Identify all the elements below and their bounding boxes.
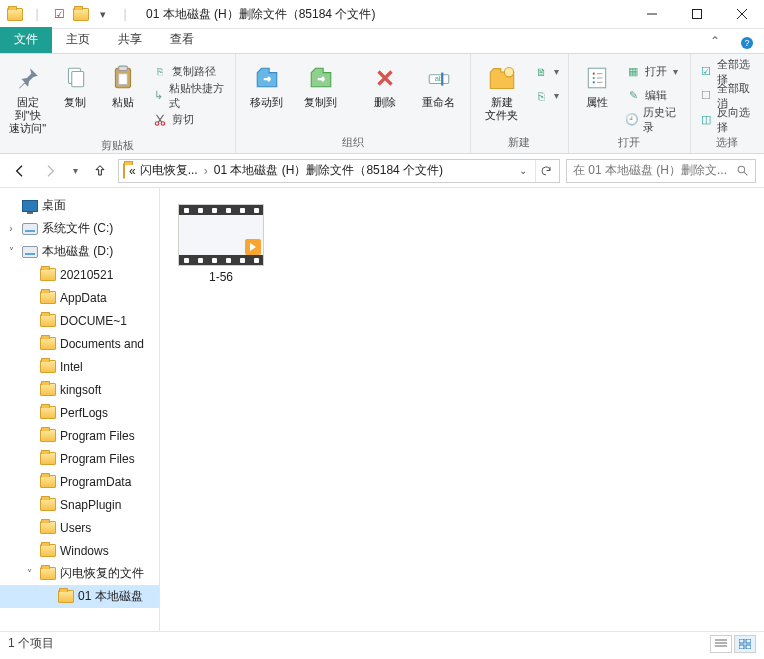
ribbon-collapse-icon[interactable]: ⌃ xyxy=(700,34,730,53)
cut-button[interactable]: 剪切 xyxy=(149,109,229,130)
file-name: 1-56 xyxy=(209,270,233,284)
tab-file[interactable]: 文件 xyxy=(0,27,52,53)
minimize-button[interactable] xyxy=(629,0,674,29)
tree-item[interactable]: 01 本地磁盘 xyxy=(0,585,159,608)
drive-icon xyxy=(22,221,38,237)
select-all-button[interactable]: ☑全部选择 xyxy=(697,61,758,82)
up-button[interactable] xyxy=(88,159,112,183)
quick-access-toolbar: | ☑ ▾ | xyxy=(0,5,140,23)
copy-path-button[interactable]: ⎘复制路径 xyxy=(149,61,229,82)
select-none-button[interactable]: ☐全部取消 xyxy=(697,85,758,106)
qat-divider: | xyxy=(116,5,134,23)
folder-icon xyxy=(6,5,24,23)
tree-item[interactable]: Program Files xyxy=(0,447,159,470)
tab-share[interactable]: 共享 xyxy=(104,27,156,53)
new-item-button[interactable]: 🗎▾ xyxy=(531,61,562,82)
tree-item[interactable]: Intel xyxy=(0,355,159,378)
move-to-button[interactable]: 移动到 xyxy=(242,58,292,109)
close-button[interactable] xyxy=(719,0,764,29)
qat-check-icon[interactable]: ☑ xyxy=(50,5,68,23)
navigation-tree[interactable]: 桌面›系统文件 (C:)˅本地磁盘 (D:)20210521AppDataDOC… xyxy=(0,188,160,631)
copy-to-button[interactable]: 复制到 xyxy=(296,58,346,109)
history-button[interactable]: 🕘历史记录 xyxy=(622,109,683,130)
refresh-button[interactable] xyxy=(535,160,555,182)
folder-icon xyxy=(123,164,125,178)
tree-item[interactable]: Users xyxy=(0,516,159,539)
group-label-clipboard: 剪贴板 xyxy=(6,136,229,156)
easy-access-button[interactable]: ⎘▾ xyxy=(531,85,562,106)
copy-button[interactable]: 复制 xyxy=(54,58,98,109)
address-dropdown-icon[interactable]: ⌄ xyxy=(515,165,531,176)
tree-item[interactable]: ˅闪电恢复的文件 xyxy=(0,562,159,585)
breadcrumb-segment[interactable]: 闪电恢复... xyxy=(140,162,198,179)
address-bar[interactable]: « 闪电恢复... › 01 本地磁盘 (H）删除文件（85184 个文件) ⌄ xyxy=(118,159,560,183)
tree-item[interactable]: 20210521 xyxy=(0,263,159,286)
status-bar: 1 个项目 xyxy=(0,631,764,655)
file-item[interactable]: 1-56 xyxy=(176,204,266,284)
select-none-icon: ☐ xyxy=(700,88,714,104)
tab-view[interactable]: 查看 xyxy=(156,27,208,53)
paste-button[interactable]: 粘贴 xyxy=(101,58,145,109)
tree-item[interactable]: Documents and xyxy=(0,332,159,355)
tree-twisty-icon[interactable]: › xyxy=(4,223,18,234)
copy-to-icon xyxy=(305,62,337,94)
tree-item[interactable]: Windows xyxy=(0,539,159,562)
tree-item[interactable]: SnapPlugin xyxy=(0,493,159,516)
tree-item[interactable]: PerfLogs xyxy=(0,401,159,424)
group-label-open: 打开 xyxy=(575,133,684,153)
tree-item[interactable]: DOCUME~1 xyxy=(0,309,159,332)
search-input[interactable]: 在 01 本地磁盘 (H）删除文... xyxy=(566,159,756,183)
properties-button[interactable]: 属性 xyxy=(575,58,619,109)
svg-point-18 xyxy=(592,73,594,75)
window-title: 01 本地磁盘 (H）删除文件（85184 个文件) xyxy=(140,6,629,23)
details-view-button[interactable] xyxy=(710,635,732,653)
rename-button[interactable]: ab 重命名 xyxy=(414,58,464,109)
tree-item[interactable]: Program Files xyxy=(0,424,159,447)
tree-item[interactable]: 桌面 xyxy=(0,194,159,217)
pin-to-quick-access-button[interactable]: 固定到"快 速访问" xyxy=(6,58,50,136)
tree-item[interactable]: ›系统文件 (C:) xyxy=(0,217,159,240)
tree-item[interactable]: AppData xyxy=(0,286,159,309)
tree-item[interactable]: ProgramData xyxy=(0,470,159,493)
group-label-new: 新建 xyxy=(477,133,562,153)
qat-dropdown-icon[interactable]: ▾ xyxy=(94,5,112,23)
edit-button[interactable]: ✎编辑 xyxy=(622,85,683,106)
tree-item-label: PerfLogs xyxy=(60,406,108,420)
paste-shortcut-button[interactable]: ↳粘贴快捷方式 xyxy=(149,85,229,106)
tab-home[interactable]: 主页 xyxy=(52,27,104,53)
ribbon-group-new: 新建 文件夹 🗎▾ ⎘▾ 新建 xyxy=(471,54,569,153)
folder-icon xyxy=(58,589,74,605)
open-button[interactable]: ▦打开▾ xyxy=(622,61,683,82)
forward-button[interactable] xyxy=(38,159,62,183)
ribbon-group-select: ☑全部选择 ☐全部取消 ◫反向选择 选择 xyxy=(691,54,764,153)
tree-item-label: AppData xyxy=(60,291,107,305)
tree-item[interactable]: ˅本地磁盘 (D:) xyxy=(0,240,159,263)
chevron-right-icon[interactable]: › xyxy=(202,164,210,178)
help-icon[interactable]: ? xyxy=(730,36,764,53)
file-list[interactable]: 1-56 xyxy=(160,188,764,631)
breadcrumb-segment[interactable]: 01 本地磁盘 (H）删除文件（85184 个文件) xyxy=(214,162,443,179)
maximize-button[interactable] xyxy=(674,0,719,29)
invert-selection-button[interactable]: ◫反向选择 xyxy=(697,109,758,130)
tree-item-label: 系统文件 (C:) xyxy=(42,220,113,237)
history-icon: 🕘 xyxy=(625,112,639,128)
folder-icon xyxy=(40,267,56,283)
group-label-select: 选择 xyxy=(697,133,758,153)
folder-icon xyxy=(40,566,56,582)
new-item-icon: 🗎 xyxy=(534,64,550,80)
svg-point-16 xyxy=(504,68,513,77)
svg-rect-32 xyxy=(746,645,751,649)
back-button[interactable] xyxy=(8,159,32,183)
tree-item-label: Intel xyxy=(60,360,83,374)
tree-twisty-icon[interactable]: ˅ xyxy=(4,246,18,257)
recent-locations-button[interactable]: ▾ xyxy=(68,159,82,183)
open-icon: ▦ xyxy=(625,64,641,80)
svg-rect-29 xyxy=(739,639,744,643)
tree-item-label: 本地磁盘 (D:) xyxy=(42,243,113,260)
new-folder-button[interactable]: 新建 文件夹 xyxy=(477,58,527,122)
breadcrumb-root[interactable]: « xyxy=(129,164,136,178)
delete-button[interactable]: 删除 xyxy=(360,58,410,109)
thumbnails-view-button[interactable] xyxy=(734,635,756,653)
tree-item[interactable]: kingsoft xyxy=(0,378,159,401)
tree-twisty-icon[interactable]: ˅ xyxy=(22,568,36,579)
